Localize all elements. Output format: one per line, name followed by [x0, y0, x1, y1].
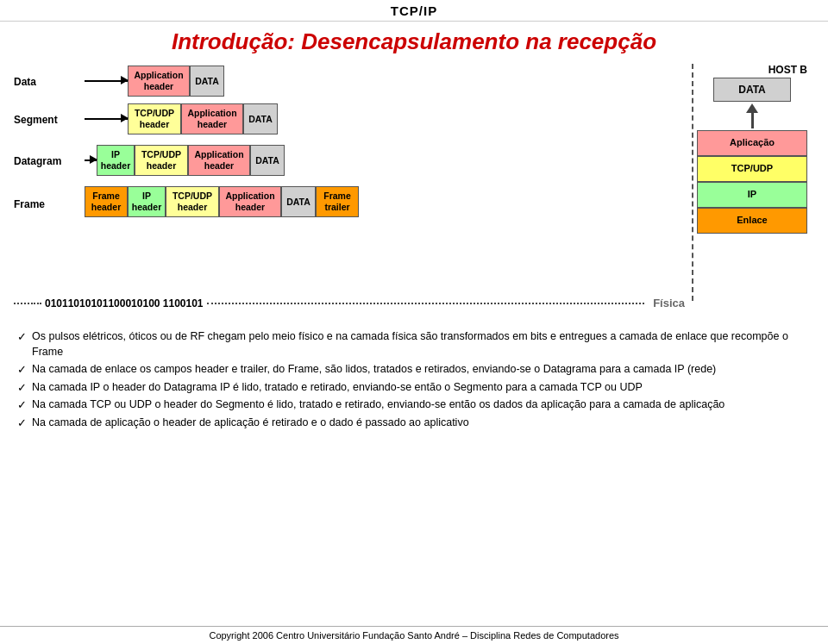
data-block-frame: DATA: [281, 186, 316, 217]
dots-left: [14, 303, 29, 304]
check-icon-2: ✓: [17, 363, 27, 376]
data-block-segment: DATA: [243, 103, 278, 134]
bullet-text-4: Na camada TCP ou UDP o header do Segment…: [32, 397, 724, 413]
check-icon-3: ✓: [17, 381, 27, 394]
check-icon-1: ✓: [17, 330, 27, 343]
app-header-datagram: Applicationheader: [188, 145, 250, 176]
app-header-frame: Applicationheader: [219, 186, 281, 217]
dots-right: [207, 303, 645, 304]
host-b-panel: HOST B DATA Aplicação TCP/UDP IP: [697, 64, 807, 234]
up-arrow-head-icon: [746, 103, 758, 113]
fisica-label: Física: [653, 297, 685, 309]
ip-header-datagram: IPheader: [97, 145, 135, 176]
data-row: Applicationheader DATA: [85, 66, 224, 97]
tcp-header-frame: TCP/UDPheader: [166, 186, 219, 217]
check-icon-5: ✓: [17, 416, 27, 429]
frame-header-frame: Frameheader: [85, 186, 128, 217]
arrow-datagram: [85, 159, 97, 161]
host-b-data-box: DATA: [713, 78, 791, 102]
bullet-1: ✓ Os pulsos elétricos, óticos ou de RF c…: [17, 329, 811, 360]
footer: Copyright 2006 Centro Universitário Fund…: [0, 626, 828, 644]
bullet-text-3: Na camada IP o header do Datagrama IP é …: [32, 380, 643, 396]
bullet-5: ✓ Na camada de aplicação o header de apl…: [17, 416, 811, 431]
bullet-2: ✓ Na camada de enlace os campos header e…: [17, 362, 811, 378]
segment-row: TCP/UDPheader Applicationheader DATA: [85, 103, 278, 134]
bullet-text-1: Os pulsos elétricos, óticos ou de RF che…: [32, 329, 811, 360]
app-header-data: Applicationheader: [128, 66, 190, 97]
top-bar-label: TCP/IP: [391, 3, 437, 18]
frame-row: Frameheader IPheader TCP/UDPheader Appli…: [85, 186, 359, 217]
app-header-segment: Applicationheader: [181, 103, 243, 134]
row-label-frame: Frame: [14, 198, 45, 210]
up-arrow-body-icon: [751, 113, 754, 128]
diagram-container: Data Applicationheader DATA Segment TCP/…: [14, 64, 814, 318]
bullet-text-5: Na camada de aplicação o header de aplic…: [32, 416, 469, 431]
host-b-tcpudp: TCP/UDP: [697, 156, 807, 182]
row-label-data: Data: [14, 76, 36, 88]
host-b-stack: Aplicação TCP/UDP IP Enlace: [697, 130, 807, 234]
dashed-separator: [692, 64, 693, 301]
frame-trailer-frame: Frametrailer: [316, 186, 359, 217]
row-label-datagram: Datagram: [14, 155, 61, 167]
bullet-text-2: Na camada de enlace os campos header e t…: [32, 362, 716, 378]
footer-text: Copyright 2006 Centro Universitário Fund…: [209, 630, 618, 641]
title-area: Introdução: Desencapsulamento na recepçã…: [0, 22, 828, 59]
binary-text: 01011010101100010100 1100101: [45, 297, 204, 309]
top-bar: TCP/IP: [0, 0, 828, 22]
data-block-data: DATA: [190, 66, 224, 97]
host-b-up-arrow: [697, 103, 807, 128]
host-b-aplicacao: Aplicação: [697, 130, 807, 156]
arrow-segment: [85, 118, 128, 120]
bullet-4: ✓ Na camada TCP ou UDP o header do Segme…: [17, 397, 811, 413]
tcp-header-segment: TCP/UDPheader: [128, 103, 181, 134]
ip-header-frame: IPheader: [128, 186, 166, 217]
bullet-3: ✓ Na camada IP o header do Datagrama IP …: [17, 380, 811, 396]
diagram-area: Data Applicationheader DATA Segment TCP/…: [0, 59, 828, 326]
binary-row: 01011010101100010100 1100101 Física: [14, 297, 685, 309]
host-b-enlace: Enlace: [697, 208, 807, 234]
datagram-row: IPheader TCP/UDPheader Applicationheader…: [85, 145, 285, 176]
host-b-data-section: DATA: [697, 78, 807, 102]
tcp-header-datagram: TCP/UDPheader: [135, 145, 188, 176]
data-block-datagram: DATA: [250, 145, 285, 176]
row-label-segment: Segment: [14, 114, 58, 126]
arrow-data: [85, 80, 128, 82]
host-b-label: HOST B: [697, 64, 807, 76]
page: TCP/IP Introdução: Desencapsulamento na …: [0, 0, 828, 644]
text-body: ✓ Os pulsos elétricos, óticos ou de RF c…: [0, 326, 828, 622]
check-icon-4: ✓: [17, 398, 27, 411]
host-b-ip: IP: [697, 182, 807, 208]
page-title: Introdução: Desencapsulamento na recepçã…: [10, 28, 818, 55]
dots-left2: [31, 303, 41, 304]
